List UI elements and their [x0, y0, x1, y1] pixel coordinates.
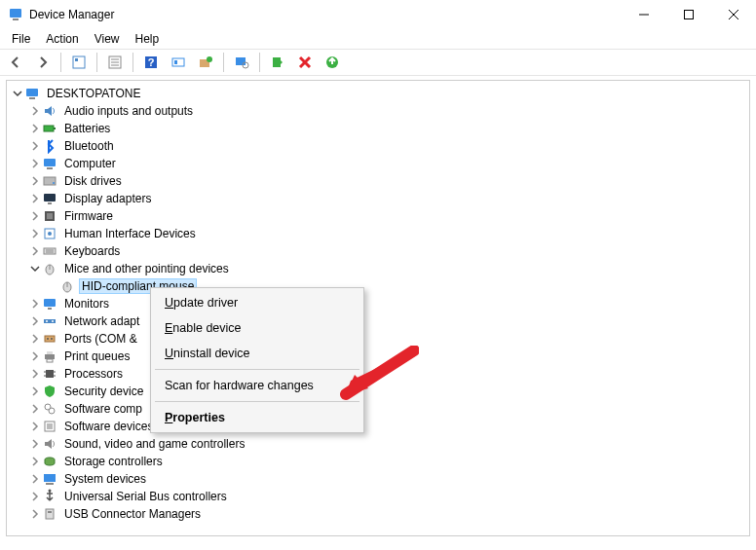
maximize-button[interactable]: [666, 0, 711, 29]
tree-item-label: Keyboards: [61, 243, 123, 259]
svg-point-62: [49, 408, 55, 414]
tree-category[interactable]: Storage controllers: [11, 453, 749, 470]
chevron-right-icon[interactable]: [28, 157, 42, 170]
svg-rect-45: [44, 299, 56, 307]
chevron-right-icon[interactable]: [28, 332, 42, 346]
context-menu-item[interactable]: Enable device: [151, 315, 363, 341]
chevron-down-icon[interactable]: [11, 87, 24, 100]
menu-help[interactable]: Help: [130, 30, 166, 48]
chevron-right-icon[interactable]: [28, 139, 42, 153]
tree-item-label: Network adapt: [61, 313, 142, 329]
tree-category[interactable]: Computer: [11, 155, 749, 172]
chevron-right-icon[interactable]: [28, 349, 42, 363]
chevron-right-icon[interactable]: [28, 472, 42, 486]
chevron-right-icon[interactable]: [28, 437, 42, 451]
svg-rect-32: [44, 194, 56, 202]
tree-item-label: Firmware: [61, 208, 116, 224]
firmware-icon: [42, 208, 57, 224]
tree-category[interactable]: Mice and other pointing devices: [11, 260, 749, 277]
chevron-right-icon[interactable]: [28, 104, 42, 118]
chevron-right-icon[interactable]: [28, 227, 42, 240]
chevron-right-icon[interactable]: [28, 385, 42, 398]
chevron-right-icon[interactable]: [28, 244, 42, 258]
tree-item-label: Disk drives: [61, 173, 125, 189]
chevron-right-icon[interactable]: [28, 297, 42, 311]
tree-item-label: Universal Serial Bus controllers: [61, 489, 230, 504]
menu-view[interactable]: View: [89, 30, 126, 48]
status-bar: [6, 536, 750, 550]
svg-rect-50: [45, 336, 55, 342]
device-tree-panel: DESKTOPATONE Audio inputs and outputs Ba…: [6, 80, 750, 536]
chevron-right-icon[interactable]: [28, 490, 42, 503]
tree-item-label: Monitors: [61, 296, 112, 312]
uninstall-icon[interactable]: [266, 51, 289, 74]
tree-category[interactable]: Batteries: [11, 120, 749, 137]
svg-rect-29: [47, 167, 53, 169]
chevron-right-icon[interactable]: [28, 192, 42, 205]
context-menu-item[interactable]: Update driver: [151, 290, 363, 315]
chevron-down-icon[interactable]: [28, 262, 42, 275]
svg-rect-46: [48, 308, 52, 310]
forward-icon[interactable]: [31, 51, 55, 74]
window-title: Device Manager: [29, 8, 114, 21]
app-icon: [8, 7, 23, 22]
svg-rect-64: [47, 423, 53, 429]
tree-category[interactable]: Monitors: [11, 295, 749, 312]
tree-category[interactable]: Sound, video and game controllers: [11, 435, 749, 453]
svg-point-17: [207, 56, 212, 62]
tree-root[interactable]: DESKTOPATONE: [11, 85, 749, 102]
back-icon[interactable]: [4, 51, 27, 74]
tree-category[interactable]: Firmware: [11, 207, 749, 225]
tree-device[interactable]: HID-compliant mouse: [11, 277, 749, 295]
minimize-button[interactable]: [622, 0, 666, 29]
properties-icon[interactable]: [103, 51, 127, 74]
annotation-arrow: [331, 346, 419, 417]
hid-icon: [42, 226, 57, 241]
show-hide-tree-icon[interactable]: [67, 51, 91, 74]
tree-category[interactable]: Display adapters: [11, 190, 749, 207]
svg-rect-47: [44, 319, 56, 323]
enable-icon[interactable]: [321, 51, 344, 74]
chevron-right-icon[interactable]: [28, 314, 42, 328]
tree-category[interactable]: Software devices: [11, 418, 749, 435]
chevron-right-icon[interactable]: [28, 367, 42, 381]
tree-category[interactable]: Universal Serial Bus controllers: [11, 488, 749, 505]
legacy-hardware-icon[interactable]: [167, 51, 190, 74]
chevron-right-icon[interactable]: [28, 420, 42, 433]
keyboard-icon: [42, 243, 57, 259]
scan-hardware-icon[interactable]: [230, 51, 253, 74]
svg-rect-38: [44, 248, 56, 254]
menu-file[interactable]: File: [6, 30, 36, 48]
tree-category[interactable]: Keyboards: [11, 242, 749, 260]
chevron-right-icon[interactable]: [28, 455, 42, 468]
tree-category[interactable]: Disk drives: [11, 172, 749, 190]
tree-category[interactable]: System devices: [11, 470, 749, 488]
tree-category[interactable]: Human Interface Devices: [11, 225, 749, 242]
disable-icon[interactable]: [293, 51, 317, 74]
tree-item-label: Human Interface Devices: [61, 226, 199, 241]
storage-icon: [42, 454, 57, 469]
chevron-right-icon[interactable]: [28, 402, 42, 416]
chevron-right-icon[interactable]: [28, 507, 42, 521]
close-button[interactable]: [711, 0, 756, 29]
chevron-right-icon[interactable]: [28, 122, 42, 135]
tree-category[interactable]: Bluetooth: [11, 137, 749, 155]
chevron-right-icon[interactable]: [28, 209, 42, 223]
window-controls: [622, 0, 756, 29]
tree-category[interactable]: Audio inputs and outputs: [11, 102, 749, 120]
tree-item-label: Batteries: [61, 121, 113, 136]
update-driver-icon[interactable]: [194, 51, 217, 74]
tree-category[interactable]: USB Connector Managers: [11, 505, 749, 523]
tree-category[interactable]: Network adapt: [11, 312, 749, 330]
tree-item-label: Display adapters: [61, 191, 154, 206]
svg-rect-18: [236, 57, 246, 65]
svg-rect-24: [26, 89, 38, 96]
help-icon[interactable]: ?: [139, 51, 163, 74]
system-icon: [42, 471, 57, 487]
toolbar-sep: [96, 53, 97, 72]
usb-icon: [42, 489, 57, 504]
chevron-right-icon[interactable]: [28, 174, 42, 188]
svg-rect-7: [75, 58, 78, 61]
tree-item-label: Computer: [61, 156, 119, 171]
menu-action[interactable]: Action: [40, 30, 84, 48]
